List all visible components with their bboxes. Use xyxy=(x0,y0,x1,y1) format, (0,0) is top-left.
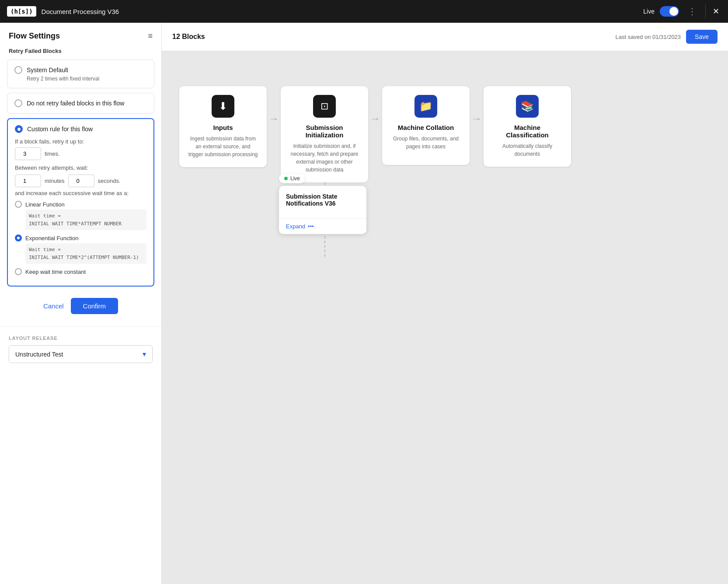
submission-init-desc: Initialize submission and, if necessary,… xyxy=(289,142,359,174)
popup-wrapper: Live Submission State Notifications V36 … xyxy=(279,174,366,234)
constant-label: Keep wait time constant xyxy=(25,269,86,275)
seconds-unit: seconds. xyxy=(98,178,121,184)
keep-constant-header: Keep wait time constant xyxy=(15,268,146,275)
machine-classification-desc: Automatically classify documents xyxy=(492,142,562,158)
submission-init-title: Submission Initialization xyxy=(289,124,359,139)
custom-rule-radio[interactable] xyxy=(15,125,23,133)
do-not-retry-label: Do not retry failed blocks in this flow xyxy=(27,100,124,107)
linear-function-option[interactable]: Linear Function Wait time = INITIAL WAIT… xyxy=(15,201,146,230)
submission-init-node[interactable]: ⊡ Submission Initialization Initialize s… xyxy=(281,86,368,182)
linear-formula: Wait time = INITIAL WAIT TIME*ATTEMPT NU… xyxy=(25,210,146,230)
machine-collation-node[interactable]: 📁 Machine Collation Group files, documen… xyxy=(382,86,470,165)
machine-classification-title: Machine Classification xyxy=(492,124,562,139)
machine-classification-icon: 📚 xyxy=(516,95,539,118)
live-badge-text: Live xyxy=(290,175,300,182)
inputs-node[interactable]: ⬇ Inputs Ingest submission data from an … xyxy=(179,86,267,167)
minutes-unit: minutes xyxy=(45,178,65,184)
topbar-divider xyxy=(705,5,706,18)
if-block-fails-text: If a block fails, retry it up to: xyxy=(15,138,146,145)
layout-release-value: Unstructured Test xyxy=(15,351,63,358)
do-not-retry-radio[interactable] xyxy=(14,99,22,107)
exponential-formula: Wait time = INITIAL WAIT TIME*2^(ATTEMPT… xyxy=(25,243,146,264)
custom-rule-option[interactable]: Custom rule for this flow If a block fai… xyxy=(7,118,154,287)
main-layout: Flow Settings ≡ Retry Failed Blocks Syst… xyxy=(0,23,728,584)
dropdown-arrow-icon: ▾ xyxy=(143,350,146,358)
wait-row: minutes seconds. xyxy=(15,175,146,187)
layout-release-section: LAYOUT RELEASE Unstructured Test ▾ xyxy=(0,326,161,363)
linear-function-label: Linear Function xyxy=(25,201,65,208)
constant-radio[interactable] xyxy=(15,268,22,275)
expand-text[interactable]: Expand xyxy=(286,223,305,230)
app-title: Document Processing V36 xyxy=(42,8,638,15)
system-default-option[interactable]: System Default Retry 2 times with fixed … xyxy=(7,59,154,88)
arrow-2: → xyxy=(368,86,382,125)
live-badge: Live xyxy=(279,174,305,183)
exponential-function-option[interactable]: Exponential Function Wait time = INITIAL… xyxy=(15,234,146,264)
custom-rule-label: Custom rule for this flow xyxy=(27,126,93,133)
exponential-function-header: Exponential Function xyxy=(15,234,146,241)
cancel-button[interactable]: Cancel xyxy=(43,302,64,310)
confirm-button[interactable]: Confirm xyxy=(71,298,118,314)
do-not-retry-header: Do not retry failed blocks in this flow xyxy=(14,99,147,107)
system-default-sub: Retry 2 times with fixed interval xyxy=(27,76,147,82)
popup-node[interactable]: Submission State Notifications V36 Expan… xyxy=(279,186,366,234)
topbar: (h[s]) Document Processing V36 Live ⋮ ✕ xyxy=(0,0,728,23)
canvas-header: 12 Blocks Last saved on 01/31/2023 Save xyxy=(162,23,728,51)
layout-release-label: LAYOUT RELEASE xyxy=(9,336,153,341)
machine-collation-icon: 📁 xyxy=(415,95,437,118)
last-saved-text: Last saved on 01/31/2023 xyxy=(615,34,681,40)
times-unit: times. xyxy=(45,150,60,157)
more-options-icon[interactable]: ⋮ xyxy=(684,6,700,17)
arrow-3: → xyxy=(470,86,484,125)
seconds-input[interactable] xyxy=(68,175,94,187)
close-icon[interactable]: ✕ xyxy=(711,7,721,16)
system-default-label: System Default xyxy=(27,66,68,73)
inputs-title: Inputs xyxy=(213,124,233,131)
retry-section-title: Retry Failed Blocks xyxy=(0,48,161,59)
live-label: Live xyxy=(643,8,655,15)
sidebar-header: Flow Settings ≡ xyxy=(0,23,161,48)
times-input[interactable] xyxy=(15,147,41,160)
machine-classification-node[interactable]: 📚 Machine Classification Automatically c… xyxy=(484,86,571,167)
sidebar: Flow Settings ≡ Retry Failed Blocks Syst… xyxy=(0,23,162,584)
canvas: 12 Blocks Last saved on 01/31/2023 Save … xyxy=(162,23,728,584)
canvas-right: Last saved on 01/31/2023 Save xyxy=(615,30,718,44)
linear-radio[interactable] xyxy=(15,201,22,208)
between-attempts-text: Between retry attempts, wait: xyxy=(15,164,146,171)
submission-init-icon: ⊡ xyxy=(313,95,336,118)
layout-release-dropdown[interactable]: Unstructured Test ▾ xyxy=(9,345,153,363)
system-default-radio[interactable] xyxy=(14,66,22,74)
machine-collation-title: Machine Collation xyxy=(398,124,454,131)
arrow-1: → xyxy=(267,86,281,125)
system-default-header: System Default xyxy=(14,66,147,74)
live-indicator-dot xyxy=(284,177,288,180)
live-toggle[interactable] xyxy=(660,6,679,17)
blocks-count: 12 Blocks xyxy=(172,33,205,41)
toggle-knob xyxy=(669,7,678,16)
increase-text: and increase each successive wait time a… xyxy=(15,190,146,196)
sidebar-toggle-button[interactable]: ≡ xyxy=(148,31,153,41)
logo: (h[s]) xyxy=(7,6,36,17)
minutes-input[interactable] xyxy=(15,175,41,187)
custom-rule-header: Custom rule for this flow xyxy=(15,125,146,133)
inputs-desc: Ingest submission data from an external … xyxy=(188,135,258,158)
times-field-row: times. xyxy=(15,147,146,160)
flow-area: ⬇ Inputs Ingest submission data from an … xyxy=(162,51,728,200)
exponential-function-label: Exponential Function xyxy=(25,235,78,241)
do-not-retry-option[interactable]: Do not retry failed blocks in this flow xyxy=(7,93,154,114)
popup-expand-row[interactable]: Expand ••• xyxy=(279,218,366,234)
popup-content: Submission State Notifications V36 xyxy=(279,186,366,218)
action-row: Cancel Confirm xyxy=(0,291,161,323)
exponential-radio[interactable] xyxy=(15,234,22,241)
keep-constant-option[interactable]: Keep wait time constant xyxy=(15,268,146,275)
save-button[interactable]: Save xyxy=(686,30,718,44)
machine-collation-desc: Group files, documents, and pages into c… xyxy=(391,135,461,150)
linear-function-header: Linear Function xyxy=(15,201,146,208)
expand-dots-icon: ••• xyxy=(308,223,314,230)
sidebar-title: Flow Settings xyxy=(9,31,60,41)
inputs-icon: ⬇ xyxy=(212,95,234,118)
popup-title: Submission State Notifications V36 xyxy=(286,193,359,207)
